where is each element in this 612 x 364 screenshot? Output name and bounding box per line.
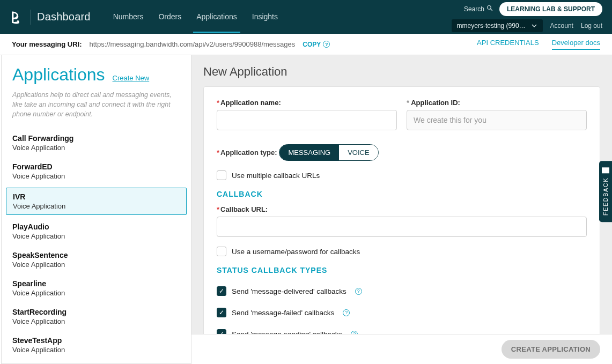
svg-line-1 [490, 9, 492, 11]
create-new-link[interactable]: Create New [113, 74, 150, 82]
search-icon [486, 5, 493, 13]
app-type: Voice Application [12, 144, 180, 152]
nav-orders[interactable]: Orders [151, 0, 189, 34]
row-multi-callback: Use multiple callback URLs [217, 170, 587, 180]
app-id-input [407, 110, 587, 130]
checkbox-auth-callback[interactable] [217, 247, 226, 256]
form-card: *Application name: * Application ID: *Ap… [203, 86, 600, 334]
uri-bar-right: API CREDENTIALS Developer docs [477, 39, 600, 50]
field-app-id: * Application ID: [407, 99, 587, 130]
callback-url-input[interactable] [217, 217, 587, 237]
field-callback-url: *Callback URL: [217, 205, 587, 237]
chevron-down-icon [531, 23, 537, 29]
checkbox-status[interactable] [217, 329, 226, 334]
list-item[interactable]: ForwardEDVoice Application [2, 157, 191, 185]
nav-insights[interactable]: Insights [245, 0, 285, 34]
checkbox-status[interactable] [217, 308, 226, 317]
status-callback-label: Send 'message-sending' callbacks [232, 330, 342, 335]
help-icon[interactable]: ? [343, 309, 350, 316]
logout-link[interactable]: Log out [581, 22, 602, 29]
top-nav-row2: mmeyers-testing (990… Account Log out [452, 19, 602, 32]
auth-callback-label: Use a username/password for callbacks [232, 248, 360, 256]
help-icon[interactable]: ? [355, 288, 362, 295]
list-item[interactable]: StartRecordingVoice Application [2, 302, 191, 331]
content-scroll[interactable]: New Application *Application name: * App… [191, 55, 612, 334]
top-nav-menu: Numbers Orders Applications Insights [106, 0, 285, 34]
brand-title: Dashboard [37, 11, 91, 23]
application-list: Call ForwardinggVoice ApplicationForward… [2, 129, 191, 364]
list-item[interactable]: IVRVoice Application [6, 188, 187, 215]
app-type: Voice Application [12, 261, 180, 269]
app-name: SteveTestApp [12, 336, 180, 345]
app-type: Voice Application [12, 317, 180, 325]
app-type: Voice Application [12, 289, 180, 297]
list-item[interactable]: SpeakSentenceVoice Application [2, 246, 191, 274]
list-item[interactable]: Tech SupportVoice Application [2, 359, 191, 364]
account-link[interactable]: Account [550, 22, 573, 29]
app-name: Call Forwardingg [12, 134, 180, 143]
sidebar-title: Applications [12, 65, 105, 85]
top-nav-right: Search LEARNING LAB & SUPPORT mmeyers-te… [452, 2, 602, 32]
app-name: Spearline [12, 279, 180, 288]
search-label: Search [464, 5, 484, 13]
uri-value: https://messaging.bandwidth.com/api/v2/u… [90, 40, 296, 48]
uri-bar: Your messaging URI: https://messaging.ba… [0, 34, 612, 55]
field-app-name: *Application name: [217, 99, 397, 130]
app-name: ForwardED [12, 162, 180, 171]
app-name-label: *Application name: [217, 99, 397, 107]
seg-voice[interactable]: VOICE [339, 145, 378, 160]
status-callback-list: Send 'message-delivered' callbacks?Send … [217, 286, 587, 334]
api-credentials-link[interactable]: API CREDENTIALS [477, 39, 539, 50]
seg-messaging[interactable]: MESSAGING [279, 145, 339, 160]
feedback-label: FEEDBACK [602, 177, 609, 216]
status-callback-row: Send 'message-delivered' callbacks? [217, 286, 587, 296]
page-title: New Application [203, 65, 600, 79]
checkbox-status[interactable] [217, 286, 226, 296]
list-item[interactable]: Call ForwardinggVoice Application [2, 129, 191, 157]
status-callback-label: Send 'message-delivered' callbacks [232, 287, 346, 295]
search-link[interactable]: Search [464, 5, 493, 13]
brand-block[interactable]: Dashboard [10, 10, 91, 25]
app-id-label-text: Application ID: [411, 99, 460, 107]
copy-button[interactable]: COPY ? [303, 41, 330, 48]
copy-label: COPY [303, 41, 321, 48]
app-type: Voice Application [12, 172, 180, 180]
nav-numbers[interactable]: Numbers [106, 0, 151, 34]
checkbox-multi-callback[interactable] [217, 170, 226, 180]
main: Applications Create New Applications hel… [0, 55, 612, 364]
top-nav-left: Dashboard Numbers Orders Applications In… [10, 0, 285, 34]
account-dropdown[interactable]: mmeyers-testing (990… [452, 19, 543, 32]
list-item[interactable]: SpearlineVoice Application [2, 274, 191, 302]
bandwidth-logo-icon [10, 10, 24, 24]
row-auth-callback: Use a username/password for callbacks [217, 247, 587, 256]
app-name-input[interactable] [217, 110, 397, 130]
app-type: Voice Application [13, 202, 180, 210]
uri-label: Your messaging URI: [12, 40, 82, 48]
row-name-id: *Application name: * Application ID: [217, 99, 587, 130]
content: New Application *Application name: * App… [191, 55, 612, 364]
help-icon[interactable]: ? [323, 41, 330, 48]
list-item[interactable]: PlayAudioVoice Application [2, 217, 191, 246]
list-item[interactable]: SteveTestAppVoice Application [2, 331, 191, 359]
nav-applications[interactable]: Applications [189, 0, 245, 34]
divider [30, 10, 31, 25]
learning-lab-button[interactable]: LEARNING LAB & SUPPORT [499, 2, 602, 16]
status-callback-row: Send 'message-failed' callbacks? [217, 308, 587, 317]
sidebar[interactable]: Applications Create New Applications hel… [1, 55, 191, 364]
footer-bar: CREATE APPLICATION [191, 334, 612, 364]
callback-url-label-text: Callback URL: [220, 205, 268, 213]
top-nav-row1: Search LEARNING LAB & SUPPORT [464, 2, 602, 16]
app-name-label-text: Application name: [220, 99, 281, 107]
uri-bar-left: Your messaging URI: https://messaging.ba… [12, 40, 330, 48]
callback-url-label: *Callback URL: [217, 205, 268, 213]
app-name: IVR [13, 192, 180, 201]
developer-docs-link[interactable]: Developer docs [552, 39, 600, 50]
app-name: SpeakSentence [12, 251, 180, 259]
sidebar-description: Applications help to direct call and mes… [2, 85, 191, 129]
feedback-tab[interactable]: FEEDBACK [599, 161, 612, 222]
sidebar-header: Applications Create New [2, 65, 191, 85]
create-application-button[interactable]: CREATE APPLICATION [502, 340, 600, 359]
feedback-icon [602, 167, 609, 173]
account-dropdown-label: mmeyers-testing (990… [457, 22, 526, 29]
status-callback-row: Send 'message-sending' callbacks? [217, 329, 587, 334]
